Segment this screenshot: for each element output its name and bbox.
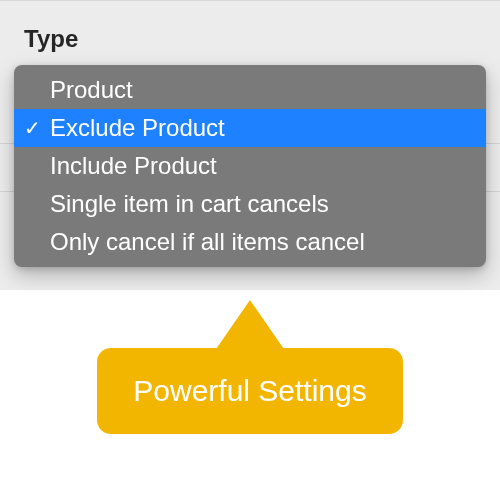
type-field-label: Type [0, 25, 500, 53]
dropdown-item-exclude-product[interactable]: ✓ Exclude Product [14, 109, 486, 147]
dropdown-item-label: Product [50, 76, 472, 104]
dropdown-item-label: Exclude Product [50, 114, 472, 142]
dropdown-item-label: Only cancel if all items cancel [50, 228, 472, 256]
dropdown-item-include-product[interactable]: Include Product [14, 147, 486, 185]
dropdown-item-label: Single item in cart cancels [50, 190, 472, 218]
checkmark-icon: ✓ [24, 118, 50, 138]
callout-text: Powerful Settings [133, 374, 366, 407]
callout-arrow-icon [214, 300, 286, 352]
callout-bubble: Powerful Settings [97, 348, 402, 434]
callout-container: Powerful Settings [0, 290, 500, 434]
dropdown-item-label: Include Product [50, 152, 472, 180]
dropdown-item-product[interactable]: Product [14, 71, 486, 109]
type-dropdown-menu[interactable]: Product ✓ Exclude Product Include Produc… [14, 65, 486, 267]
settings-panel: Type Product ✓ Exclude Product Include P… [0, 0, 500, 290]
dropdown-item-all-items-cancel[interactable]: Only cancel if all items cancel [14, 223, 486, 261]
dropdown-item-single-item-cancels[interactable]: Single item in cart cancels [14, 185, 486, 223]
